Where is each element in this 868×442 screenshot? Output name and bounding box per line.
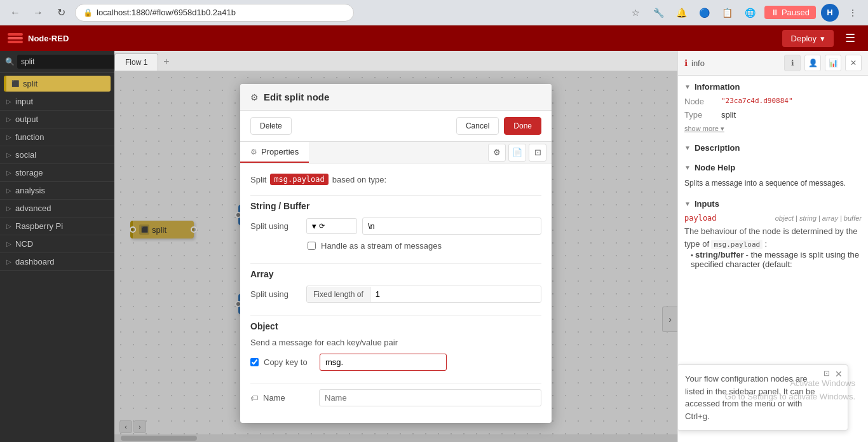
sidebar-item-dashboard[interactable]: ▷ dashboard — [0, 253, 114, 271]
split-value-input[interactable] — [362, 218, 541, 235]
modal-body: Split msg.payload based on type: String … — [240, 163, 552, 423]
info-tab-i-button[interactable]: ℹ — [784, 55, 801, 71]
main: 🔍 ✕ ⬛ split ▷ input ▷ output ▷ function — [0, 51, 868, 442]
back-button[interactable]: ← — [6, 4, 24, 22]
extension-icon-4[interactable]: 📋 — [719, 4, 736, 22]
fixed-length-input[interactable] — [370, 286, 541, 302]
done-button[interactable]: Done — [504, 117, 541, 135]
arrow-icon: ▷ — [6, 169, 11, 176]
payload-types: object | string | array | buffer — [775, 214, 862, 222]
inputs-header[interactable]: ▼ Inputs — [684, 199, 862, 209]
forward-button[interactable]: → — [29, 4, 47, 22]
sidebar-item-split[interactable]: ⬛ split — [4, 76, 111, 92]
description-title: Description — [695, 143, 740, 153]
modal-title: Edit split node — [264, 92, 329, 102]
sidebar-item-input[interactable]: ▷ input — [0, 93, 114, 111]
node-help-title: Node Help — [695, 163, 735, 172]
split-using-label: Split using — [250, 221, 301, 231]
extension-icon-1[interactable]: 🔧 — [650, 4, 668, 22]
node-help-section: ▼ Node Help Splits a message into a sequ… — [684, 163, 862, 189]
sidebar-item-raspberry-pi[interactable]: ▷ Raspberry Pi — [0, 218, 114, 235]
payload-row: payload object | string | array | buffer — [684, 214, 862, 223]
user-avatar[interactable]: H — [821, 4, 839, 22]
select-type-icon: ⟳ — [319, 222, 325, 230]
fixed-length-label: Fixed length of — [307, 287, 370, 302]
inputs-title: Inputs — [695, 199, 719, 209]
tab-properties[interactable]: ⚙ Properties — [240, 142, 309, 163]
edit-split-modal: ⚙ Edit split node Delete Cancel Done ⚙ — [240, 84, 552, 423]
sidebar-label-function: function — [15, 132, 44, 142]
sidebar-item-output[interactable]: ▷ output — [0, 111, 114, 128]
copy-key-row: Copy key to — [250, 354, 541, 371]
array-title: Array — [250, 269, 541, 279]
sidebar-item-storage[interactable]: ▷ storage — [0, 164, 114, 182]
cancel-button[interactable]: Cancel — [456, 117, 499, 135]
sidebar-item-ncd[interactable]: ▷ NCD — [0, 235, 114, 253]
description-section: ▼ Description — [684, 143, 862, 153]
tooltip-popup: ⊡ ✕ Your flow configuration nodes are li… — [677, 364, 848, 431]
payload-desc-text: The behaviour of the node is determined … — [684, 226, 857, 249]
msg-payload-code: msg.payload — [711, 240, 763, 249]
brand-label: Node-RED — [28, 34, 69, 43]
sidebar-item-social[interactable]: ▷ social — [0, 146, 114, 164]
separator-3 — [250, 315, 541, 316]
star-icon[interactable]: ☆ — [627, 4, 645, 22]
show-more-link[interactable]: show more ▾ — [684, 125, 724, 132]
sidebar-label-input: input — [15, 97, 33, 106]
info-tab-chart-button[interactable]: 📊 — [825, 55, 841, 71]
tab-flow1[interactable]: Flow 1 — [114, 53, 158, 71]
copy-key-checkbox[interactable] — [250, 358, 259, 366]
sidebar-label-output: output — [15, 114, 38, 124]
deploy-button[interactable]: Deploy ▾ — [782, 30, 834, 47]
select-arrow-icon: ▾ — [312, 221, 316, 231]
add-tab-button[interactable]: + — [158, 53, 174, 71]
info-tab-person-button[interactable]: 👤 — [804, 55, 821, 71]
address-bar[interactable]: 🔒 localhost:1880/#flow/6958d1b0.2a41b — [75, 4, 354, 22]
modal-overlay: ⚙ Edit split node Delete Cancel Done ⚙ — [114, 71, 677, 442]
handle-stream-checkbox[interactable] — [308, 242, 316, 250]
sidebar-item-function[interactable]: ▷ function — [0, 128, 114, 146]
description-header[interactable]: ▼ Description — [684, 143, 862, 153]
sidebar-label-storage: storage — [15, 168, 43, 177]
tab-icon-settings[interactable]: ⚙ — [488, 144, 506, 162]
bullet-string: • string/buffer - the message is split u… — [691, 250, 862, 269]
search-input[interactable] — [17, 55, 114, 69]
canvas-area: Flow 1 + ≡ Wireless Gateway Connecting..… — [114, 51, 677, 442]
object-section: Object Send a message for each key/value… — [250, 321, 541, 371]
name-input[interactable] — [319, 389, 541, 406]
info-panel-title: info — [691, 59, 780, 68]
arrow-icon: ▷ — [6, 134, 11, 141]
extension-icon-5[interactable]: 🌐 — [742, 4, 759, 22]
menu-button[interactable]: ⋮ — [844, 4, 862, 22]
tooltip-close-button[interactable]: ✕ — [835, 369, 843, 379]
hamburger-button[interactable]: ☰ — [840, 29, 860, 48]
payload-label: payload — [684, 214, 717, 223]
sidebar-label-analysis: analysis — [15, 186, 45, 195]
node-key: Node — [684, 97, 716, 106]
string-buffer-section: String / Buffer Split using ▾ ⟳ — [250, 201, 541, 251]
canvas[interactable]: ≡ Wireless Gateway Connecting... ≡ Tempe… — [114, 71, 677, 442]
sidebar-item-analysis[interactable]: ▷ analysis — [0, 182, 114, 200]
arrow-icon: ▷ — [6, 240, 11, 247]
search-icon: 🔍 — [5, 57, 15, 66]
type-row: Type split — [684, 110, 862, 120]
extension-icon-3[interactable]: 🔵 — [696, 4, 714, 22]
tab-icon-copy[interactable]: 📄 — [508, 144, 526, 162]
delete-button[interactable]: Delete — [250, 117, 292, 135]
sidebar-item-advanced[interactable]: ▷ advanced — [0, 200, 114, 218]
node-help-header[interactable]: ▼ Node Help — [684, 163, 862, 172]
extension-icon-2[interactable]: 🔔 — [673, 4, 691, 22]
info-tab-close-button[interactable]: ✕ — [845, 55, 862, 71]
deploy-arrow-icon: ▾ — [820, 34, 825, 43]
split-type-select[interactable]: ▾ ⟳ — [306, 218, 357, 234]
restore-button[interactable]: ⊡ — [824, 369, 830, 378]
arrow-icon: ▷ — [6, 258, 11, 265]
app: Node-RED Deploy ▾ ☰ 🔍 ✕ ⬛ split ▷ input — [0, 25, 868, 442]
arrow-icon: ▷ — [6, 98, 11, 105]
tab-icon-expand[interactable]: ⊡ — [529, 144, 546, 162]
information-header[interactable]: ▼ Information — [684, 82, 862, 92]
copy-key-input[interactable] — [320, 354, 447, 371]
handle-stream-label: Handle as a stream of messages — [321, 241, 442, 251]
reload-button[interactable]: ↻ — [52, 4, 70, 22]
node-help-text: Splits a message into a sequence of mess… — [684, 177, 862, 189]
